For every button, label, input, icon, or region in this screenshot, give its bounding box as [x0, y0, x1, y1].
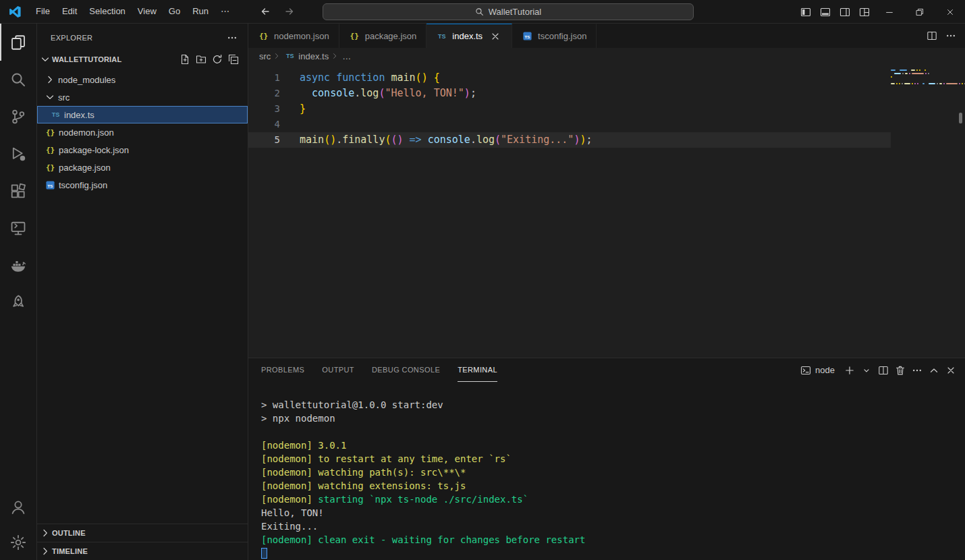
code-line-1[interactable]: 1async function main() {	[248, 70, 891, 86]
tree-item-package-json[interactable]: {}package.json	[37, 159, 248, 176]
panel-tab-problems[interactable]: PROBLEMS	[261, 358, 304, 382]
terminal-output[interactable]: > wallettutorial@1.0.0 start:dev> npx no…	[248, 382, 965, 560]
editor-group: {}nodemon.json{}package.jsonTSindex.tsTS…	[248, 24, 965, 560]
remote-explorer-icon[interactable]	[0, 209, 36, 246]
json-file-icon: {}	[45, 146, 56, 155]
typescript-file-icon: TS	[50, 111, 61, 118]
accounts-icon[interactable]	[0, 490, 36, 525]
search-icon[interactable]	[0, 61, 36, 98]
menu-item-edit[interactable]: Edit	[56, 0, 83, 23]
code-line-5[interactable]: 5main().finally(() => console.log("Exiti…	[248, 132, 891, 148]
menu-item-file[interactable]: File	[30, 0, 56, 23]
tree-item-nodemon-json[interactable]: {}nodemon.json	[37, 123, 248, 141]
breadcrumb-item[interactable]: src	[259, 51, 271, 61]
code-line-2[interactable]: 2 console.log("Hello, TON!");	[248, 86, 891, 101]
chevron-right-icon	[273, 51, 282, 61]
code-text: async function main() {	[280, 70, 440, 86]
json-file-icon: {}	[258, 32, 269, 40]
collapse-all-button[interactable]	[226, 52, 241, 67]
section-timeline[interactable]: TIMELINE	[37, 542, 248, 560]
breadcrumb-item[interactable]: …	[342, 51, 351, 61]
new-folder-button[interactable]	[194, 52, 209, 67]
tab-nodemon-json[interactable]: {}nodemon.json	[248, 24, 339, 48]
close-panel-button[interactable]	[943, 363, 958, 378]
menu-item-selection[interactable]: Selection	[83, 0, 131, 23]
panel-tab-output[interactable]: OUTPUT	[322, 358, 354, 382]
explorer-icon[interactable]	[0, 24, 36, 61]
breadcrumb: srcTSindex.ts…	[248, 48, 965, 64]
refresh-button[interactable]	[210, 52, 225, 67]
typescript-file-icon: TS	[436, 33, 447, 40]
file-label: node_modules	[58, 75, 115, 85]
workspace-section-header[interactable]: WALLETTUTORIAL	[37, 51, 248, 68]
terminal-actions: node	[800, 363, 958, 378]
menu-item-run[interactable]: Run	[186, 0, 215, 23]
tab-index-ts[interactable]: TSindex.ts	[426, 24, 512, 48]
tsconfig-file-icon: TS	[522, 31, 533, 41]
split-terminal-button[interactable]	[876, 363, 891, 378]
restore-window-button[interactable]	[904, 0, 935, 24]
breadcrumb-item[interactable]: TSindex.ts	[284, 51, 329, 61]
tree-item-node_modules[interactable]: node_modules	[37, 71, 248, 88]
new-terminal-button[interactable]	[842, 363, 857, 378]
source-control-icon[interactable]	[0, 98, 36, 135]
editor-more-actions-button[interactable]	[943, 28, 958, 43]
file-label: index.ts	[64, 110, 94, 120]
panel-tab-debug-console[interactable]: DEBUG CONSOLE	[372, 358, 440, 382]
code-editor[interactable]: 1async function main() {2 console.log("H…	[248, 64, 965, 358]
tab-label: tsconfig.json	[538, 31, 586, 41]
menu-item-more[interactable]: ⋯	[215, 0, 236, 23]
json-file-icon: {}	[45, 163, 56, 172]
code-line-3[interactable]: 3}	[248, 101, 891, 117]
new-file-button[interactable]	[177, 52, 192, 67]
menu-item-go[interactable]: Go	[163, 0, 186, 23]
terminal-shell-selector[interactable]: node	[800, 365, 835, 376]
sidebar-title: EXPLORER	[51, 34, 225, 42]
section-outline[interactable]: OUTLINE	[37, 524, 248, 542]
docker-icon[interactable]	[0, 246, 36, 283]
tab-label: package.json	[365, 31, 417, 41]
terminal-cursor-line	[261, 547, 965, 560]
minimize-window-button[interactable]	[874, 0, 904, 24]
toggle-secondary-sidebar-button[interactable]	[835, 2, 854, 22]
terminal-line: > npx nodemon	[261, 412, 965, 425]
customize-layout-button[interactable]	[854, 2, 874, 22]
search-icon	[475, 7, 484, 16]
forward-button[interactable]	[280, 3, 299, 20]
panel-tab-terminal[interactable]: TERMINAL	[458, 358, 497, 382]
terminal-more-actions-button[interactable]	[910, 363, 925, 378]
settings-icon[interactable]	[0, 525, 36, 560]
svg-text:TS: TS	[48, 183, 53, 188]
run-debug-icon[interactable]	[0, 135, 36, 172]
close-window-button[interactable]	[935, 0, 965, 24]
chevron-right-icon	[40, 528, 51, 538]
back-button[interactable]	[256, 3, 275, 20]
file-tree: node_modulessrcTSindex.ts{}nodemon.json{…	[37, 71, 248, 194]
command-center-search[interactable]: WalletTutorial	[323, 3, 694, 20]
toggle-primary-sidebar-button[interactable]	[796, 2, 815, 22]
extensions-icon[interactable]	[0, 172, 36, 209]
misc-extension-icon[interactable]	[0, 283, 36, 320]
minimap[interactable]	[891, 69, 956, 86]
maximize-panel-button[interactable]	[927, 363, 941, 378]
close-tab-icon[interactable]	[489, 30, 502, 43]
tab-tsconfig-json[interactable]: TStsconfig.json	[512, 24, 597, 48]
split-editor-button[interactable]	[925, 28, 939, 43]
terminal-dropdown-button[interactable]	[859, 363, 874, 378]
kill-terminal-button[interactable]	[893, 363, 908, 378]
code-line-4[interactable]: 4	[248, 117, 891, 132]
explorer-more-actions-button[interactable]	[225, 30, 240, 45]
toggle-panel-button[interactable]	[815, 2, 835, 22]
search-value: WalletTutorial	[489, 7, 542, 17]
tab-package-json[interactable]: {}package.json	[339, 24, 427, 48]
tree-item-index-ts[interactable]: TSindex.ts	[37, 106, 248, 123]
terminal-line: [nodemon] 3.0.1	[261, 439, 965, 452]
overview-ruler-cursor-mark	[959, 113, 962, 123]
terminal-cursor	[261, 548, 267, 559]
section-label: TIMELINE	[52, 547, 241, 555]
tree-item-tsconfig-json[interactable]: TStsconfig.json	[37, 176, 248, 194]
tree-item-package-lock-json[interactable]: {}package-lock.json	[37, 141, 248, 159]
tree-item-src[interactable]: src	[37, 88, 248, 106]
chevron-right-icon	[331, 51, 340, 61]
menu-item-view[interactable]: View	[132, 0, 163, 23]
